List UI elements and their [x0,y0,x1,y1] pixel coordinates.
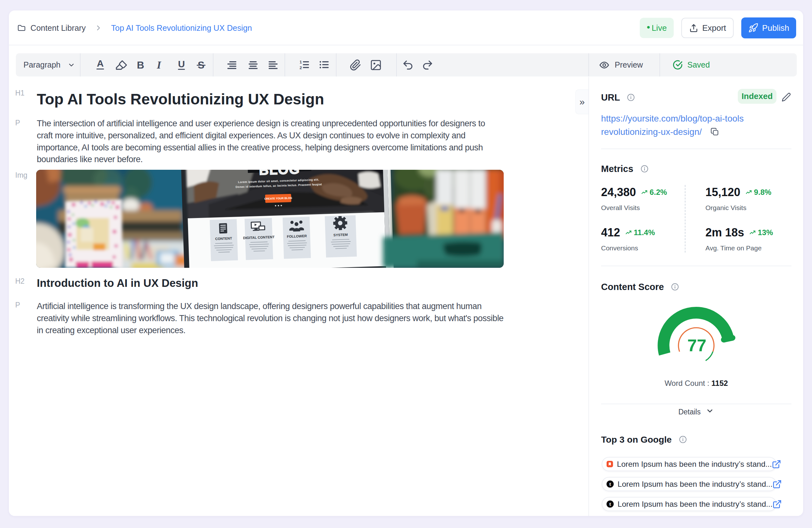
svg-text:t: t [609,501,611,507]
svg-text:77: 77 [687,336,706,355]
svg-text:U: U [178,59,185,69]
svg-text:I: I [156,59,161,71]
svg-text:B: B [137,59,144,71]
svg-text:2: 2 [300,66,302,70]
svg-text:1: 1 [300,60,302,65]
svg-text:FOLLOWER: FOLLOWER [287,234,307,238]
svg-text:A: A [97,59,104,69]
svg-text:SYSTEM: SYSTEM [333,232,348,237]
svg-text:t: t [609,481,611,487]
svg-text:CONTENT: CONTENT [215,237,232,241]
svg-text:BLOG: BLOG [259,170,300,178]
